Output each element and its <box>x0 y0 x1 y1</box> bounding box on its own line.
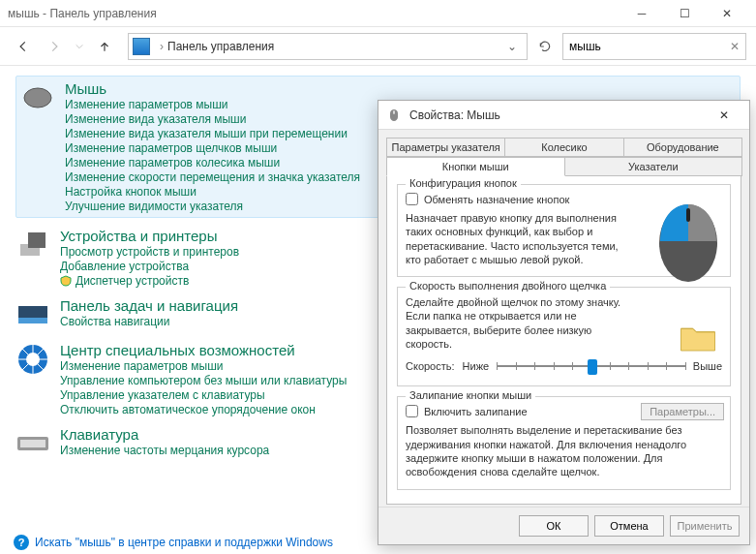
result-link[interactable]: Добавление устройства <box>60 260 239 273</box>
result-link[interactable]: Изменение параметров мыши <box>65 98 360 111</box>
ease-icon <box>15 342 50 377</box>
speed-slow-label: Ниже <box>463 360 490 372</box>
search-box[interactable]: ✕ <box>562 33 746 60</box>
tab-panel-buttons: Конфигурация кнопок Обменять назначение … <box>386 175 741 505</box>
group-legend: Залипание кнопки мыши <box>406 389 535 401</box>
help-text: Искать "мышь" в центре справки и поддерж… <box>35 536 333 549</box>
clicklock-input[interactable] <box>406 405 418 417</box>
result-link[interactable]: Диспетчер устройств <box>60 274 239 288</box>
result-link[interactable]: Отключить автоматическое упорядочение ок… <box>60 403 347 416</box>
navbar: › Панель управления ⌄ ✕ <box>0 27 756 66</box>
forward-button[interactable] <box>41 33 68 60</box>
minimize-button[interactable]: ─ <box>620 0 663 27</box>
result-link[interactable]: Изменение скорости перемещения и значка … <box>65 170 360 184</box>
result-link[interactable]: Свойства навигации <box>60 315 238 328</box>
svg-rect-12 <box>686 208 690 222</box>
control-panel-icon <box>133 38 150 55</box>
swap-buttons-input[interactable] <box>406 193 418 205</box>
address-bar[interactable]: › Панель управления ⌄ <box>128 33 528 60</box>
result-link[interactable]: Просмотр устройств и принтеров <box>60 245 239 259</box>
group-legend: Скорость выполнения двойного щелчка <box>406 280 610 292</box>
dialog-titlebar: Свойства: Мышь ✕ <box>378 101 749 130</box>
result-link[interactable]: Настройка кнопок мыши <box>65 185 360 199</box>
maximize-button[interactable]: ☐ <box>663 0 706 27</box>
taskbar-icon <box>15 297 50 332</box>
ok-button[interactable]: ОК <box>519 515 589 537</box>
mouse-illustration <box>654 195 722 282</box>
back-button[interactable] <box>10 33 37 60</box>
tab[interactable]: Указатели <box>564 157 743 176</box>
result-title[interactable]: Мышь <box>65 80 360 97</box>
tab[interactable]: Колесико <box>504 138 623 157</box>
dialog-button-bar: ОК Отмена Применить <box>378 507 749 544</box>
result-link[interactable]: Изменение вида указателя мыши <box>65 112 360 126</box>
svg-rect-9 <box>20 440 45 447</box>
result-title[interactable]: Устройства и принтеры <box>60 228 239 244</box>
close-button[interactable]: ✕ <box>706 0 748 27</box>
result-link[interactable]: Изменение вида указателя мыши при переме… <box>65 127 360 140</box>
group-doubleclick-speed: Скорость выполнения двойного щелчка Сдел… <box>397 287 731 386</box>
search-input[interactable] <box>569 40 730 53</box>
mouse-icon <box>386 108 402 123</box>
recent-dropdown[interactable] <box>72 33 87 60</box>
folder-icon[interactable] <box>678 317 718 357</box>
clear-search-icon[interactable]: ✕ <box>730 40 740 53</box>
mouse-icon <box>20 80 55 115</box>
tab[interactable]: Кнопки мыши <box>386 157 565 176</box>
result-title[interactable]: Центр специальных возможностей <box>60 342 347 358</box>
result-link[interactable]: Управление компьютером без мыши или клав… <box>60 374 347 387</box>
group-clicklock: Залипание кнопки мыши Параметры... Включ… <box>397 396 731 489</box>
speed-prefix: Скорость: <box>406 360 455 372</box>
refresh-button[interactable] <box>531 33 559 60</box>
dblclick-desc: Сделайте двойной щелчок по этому значку.… <box>406 295 628 351</box>
dialog-title: Свойства: Мышь <box>409 108 707 122</box>
help-link[interactable]: ? Искать "мышь" в центре справки и подде… <box>14 535 333 550</box>
result-link[interactable]: Изменение параметров колесика мыши <box>65 156 360 169</box>
clicklock-label: Включить залипание <box>424 406 528 417</box>
result-link[interactable]: Улучшение видимости указателя <box>65 200 360 213</box>
up-button[interactable] <box>91 33 118 60</box>
tab[interactable]: Параметры указателя <box>386 138 505 157</box>
titlebar: мышь - Панель управления ─ ☐ ✕ <box>0 0 756 27</box>
breadcrumb-sep: › <box>160 40 164 53</box>
svg-rect-3 <box>28 232 45 248</box>
swap-buttons-label: Обменять назначение кнопок <box>424 194 569 205</box>
devices-icon <box>15 228 50 262</box>
result-title[interactable]: Панель задач и навигация <box>60 297 238 314</box>
result-link[interactable]: Изменение параметров мыши <box>60 359 347 373</box>
breadcrumb-path[interactable]: Панель управления <box>167 40 274 53</box>
result-title[interactable]: Клавиатура <box>60 426 269 443</box>
result-link[interactable]: Управление указателем с клавиатуры <box>60 388 347 402</box>
svg-rect-10 <box>393 110 394 113</box>
dialog-close-button[interactable]: ✕ <box>707 105 741 126</box>
group-legend: Конфигурация кнопок <box>406 177 521 189</box>
result-link[interactable]: Изменение частоты мерцания курсора <box>60 444 269 457</box>
help-icon: ? <box>14 535 29 550</box>
keyboard-icon <box>15 426 50 461</box>
svg-rect-5 <box>18 318 47 323</box>
window-title: мышь - Панель управления <box>8 7 620 20</box>
tab[interactable]: Оборудование <box>623 138 742 157</box>
shield-icon <box>60 275 72 287</box>
apply-button[interactable]: Применить <box>670 515 740 537</box>
cancel-button[interactable]: Отмена <box>594 515 664 537</box>
clicklock-settings-button[interactable]: Параметры... <box>641 403 724 420</box>
address-dropdown-icon[interactable]: ⌄ <box>501 40 523 53</box>
mouse-properties-dialog: Свойства: Мышь ✕ Параметры указателяКоле… <box>378 100 750 545</box>
swap-buttons-desc: Назначает правую кнопку для выполнения т… <box>406 211 623 266</box>
clicklock-desc: Позволяет выполнять выделение и перетаск… <box>406 423 722 478</box>
group-button-config: Конфигурация кнопок Обменять назначение … <box>397 184 731 277</box>
speed-slider[interactable] <box>497 356 685 376</box>
speed-fast-label: Выше <box>693 360 722 372</box>
result-link[interactable]: Изменение параметров щелчков мыши <box>65 141 360 155</box>
